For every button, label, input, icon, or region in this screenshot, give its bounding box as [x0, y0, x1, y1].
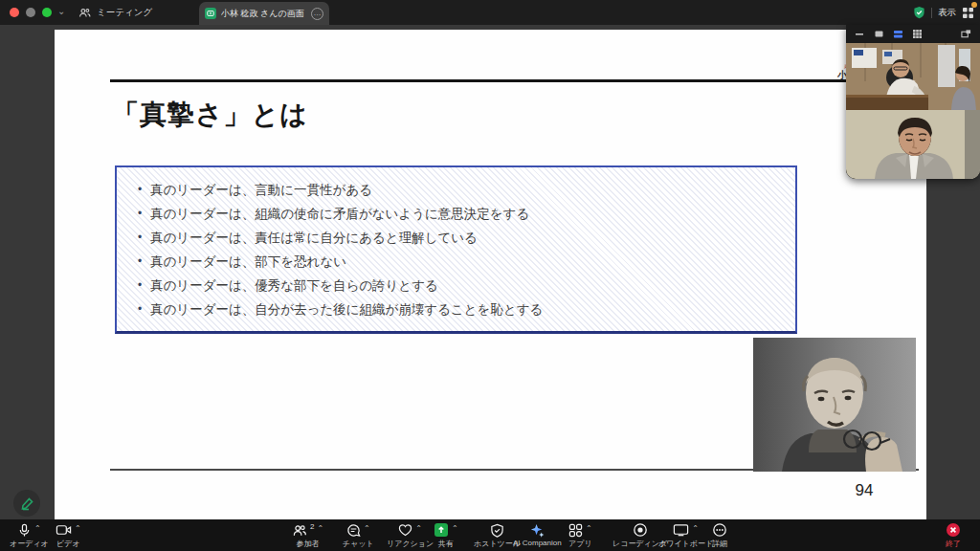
- toolbar-ai-companion[interactable]: AI Companion: [513, 521, 562, 547]
- toolbar-chat-label: チャット: [343, 539, 374, 549]
- annotate-button[interactable]: [13, 490, 40, 517]
- participant-video-speaker[interactable]: [846, 110, 980, 179]
- tab-options-icon[interactable]: …: [311, 8, 323, 20]
- share-chevron[interactable]: ⌃: [452, 524, 458, 533]
- toolbar-whiteboard[interactable]: ⌃ ホワイトボード: [658, 521, 713, 549]
- bullet-item: 真のリーダーは、自分が去った後に組織が崩壊することを恥とする: [138, 298, 786, 321]
- participants-count: 2: [310, 522, 314, 531]
- gallery-view-icon[interactable]: [912, 29, 923, 39]
- heart-icon: [398, 523, 412, 537]
- view-button[interactable]: 表示: [938, 7, 956, 19]
- slide-header-rule: [110, 79, 901, 82]
- toolbar-audio[interactable]: ⌃ オーディオ: [10, 521, 49, 549]
- participant-video-office[interactable]: [846, 43, 980, 110]
- bullet-list: 真のリーダーは、言動に一貫性がある 真のリーダーは、組織の使命に矛盾がないように…: [138, 178, 786, 321]
- view-grid-icon[interactable]: [962, 7, 974, 19]
- slide-page-number: 94: [845, 481, 883, 500]
- participants-icon: [292, 523, 307, 538]
- participants-chevron[interactable]: ⌃: [317, 524, 323, 533]
- reactions-chevron[interactable]: ⌃: [415, 524, 422, 533]
- toolbar-participants[interactable]: 2 ⌃ 参加者: [292, 521, 323, 549]
- bullet-item: 真のリーダーは、責任は常に自分にあると理解している: [138, 226, 786, 250]
- close-window-button[interactable]: [10, 8, 19, 17]
- toolbar-audio-label: オーディオ: [10, 539, 49, 549]
- end-meeting-icon: [946, 522, 961, 538]
- toolbar-apps-label: アプリ: [568, 539, 592, 549]
- meeting-toolbar: ⌃ オーディオ ⌃ ビデオ 2 ⌃ 参加者 ⌃ チャット: [0, 519, 980, 551]
- audio-options-chevron[interactable]: ⌃: [34, 524, 41, 533]
- apps-chevron[interactable]: ⌃: [586, 524, 592, 533]
- toolbar-more[interactable]: 詳細: [712, 521, 727, 549]
- toolbar-share[interactable]: ⌃ 共有: [434, 521, 458, 549]
- ai-companion-sparkle-icon: [529, 522, 546, 539]
- share-screen-icon: [434, 522, 449, 538]
- encryption-shield-icon[interactable]: [913, 6, 925, 19]
- camera-icon: [56, 523, 72, 537]
- people-icon: [78, 7, 91, 19]
- toolbar-reactions[interactable]: ⌃ リアクション: [387, 521, 434, 549]
- shared-slide: 「真摯さ」とは 真のリーダーは、言動に一貫性がある 真のリーダーは、組織の使命に…: [55, 30, 926, 519]
- zoom-app-window: ⌄ ミーティング 小林 稔政 さんの画面 … 表示 「真摯さ」とは 真のリーダー…: [0, 0, 980, 551]
- leader-quote-box: 真のリーダーは、言動に一貫性がある 真のリーダーは、組織の使命に矛盾がないように…: [115, 165, 797, 334]
- tab-shared-screen[interactable]: 小林 稔政 さんの画面 …: [199, 2, 329, 25]
- fullscreen-window-button[interactable]: [42, 8, 52, 17]
- video-options-chevron[interactable]: ⌃: [75, 524, 81, 533]
- record-icon: [633, 522, 648, 538]
- drucker-portrait-photo: [753, 338, 916, 472]
- tab-meeting[interactable]: ミーティング: [78, 3, 152, 22]
- notification-dot: [971, 2, 977, 8]
- toolbar-whiteboard-label: ホワイトボード: [658, 539, 713, 549]
- apps-icon: [568, 523, 583, 538]
- toolbar-end-label: 終了: [946, 539, 961, 549]
- chevron-down-icon[interactable]: ⌄: [57, 6, 65, 16]
- toolbar-ai-companion-label: AI Companion: [513, 539, 562, 547]
- speaker-view-icon[interactable]: [893, 29, 903, 39]
- video-panel-toolbar: [846, 25, 980, 43]
- restore-panel-icon[interactable]: [874, 29, 884, 39]
- divider: [931, 8, 932, 18]
- pencil-icon: [20, 496, 34, 511]
- window-titlebar: ⌄ ミーティング 小林 稔政 さんの画面 … 表示: [0, 0, 980, 25]
- bullet-item: 真のリーダーは、組織の使命に矛盾がないように意思決定をする: [138, 202, 786, 226]
- microphone-icon: [17, 523, 32, 538]
- toolbar-apps[interactable]: ⌃ アプリ: [568, 521, 592, 549]
- toolbar-participants-label: 参加者: [297, 539, 320, 549]
- bullet-item: 真のリーダーは、優秀な部下を自らの誇りとする: [138, 274, 786, 298]
- more-ellipsis-icon: [712, 522, 727, 538]
- host-tools-shield-icon: [490, 523, 504, 538]
- toolbar-end-meeting[interactable]: 終了: [946, 521, 961, 549]
- chat-chevron[interactable]: ⌃: [364, 524, 370, 533]
- screen-share-icon: [205, 8, 216, 19]
- toolbar-reactions-label: リアクション: [387, 539, 434, 549]
- video-thumbnails-panel: [846, 25, 980, 179]
- chat-icon: [346, 523, 361, 538]
- toolbar-video[interactable]: ⌃ ビデオ: [56, 521, 81, 549]
- tab-shared-screen-label: 小林 稔政 さんの画面: [221, 8, 306, 20]
- swap-layout-icon[interactable]: [961, 29, 971, 39]
- toolbar-share-label: 共有: [438, 539, 454, 549]
- whiteboard-chevron[interactable]: ⌃: [692, 524, 699, 533]
- toolbar-chat[interactable]: ⌃ チャット: [343, 521, 374, 549]
- minimize-panel-icon[interactable]: [855, 29, 865, 39]
- toolbar-more-label: 詳細: [712, 539, 727, 549]
- slide-title: 「真摯さ」とは: [112, 97, 308, 133]
- bullet-item: 真のリーダーは、部下を恐れない: [138, 250, 786, 274]
- tab-meeting-label: ミーティング: [97, 7, 152, 19]
- toolbar-video-label: ビデオ: [56, 539, 80, 549]
- minimize-window-button[interactable]: [26, 8, 35, 17]
- bullet-item: 真のリーダーは、言動に一貫性がある: [138, 178, 786, 202]
- whiteboard-icon: [673, 523, 689, 537]
